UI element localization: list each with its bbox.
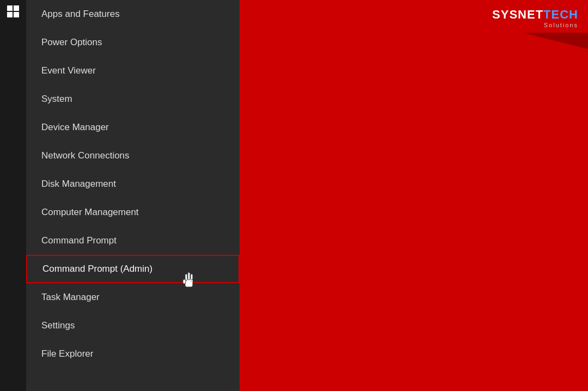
menu-item-settings[interactable]: Settings — [26, 311, 240, 340]
menu-item-command-prompt[interactable]: Command Prompt — [26, 227, 240, 255]
menu-item-task-manager-label: Task Manager — [41, 292, 100, 303]
logo-decoration — [523, 33, 588, 49]
menu-item-command-prompt-label: Command Prompt — [41, 235, 117, 246]
menu-item-event-viewer[interactable]: Event Viewer — [26, 57, 240, 85]
menu-item-file-explorer[interactable]: File Explorer — [26, 340, 240, 368]
menu-item-network-connections[interactable]: Network Connections — [26, 142, 240, 170]
menu-item-computer-management-label: Computer Management — [41, 207, 139, 218]
menu-item-apps-features[interactable]: Apps and Features — [26, 0, 240, 28]
menu-item-apps-features-label: Apps and Features — [41, 9, 120, 20]
menu-item-power-options[interactable]: Power Options — [26, 28, 240, 57]
context-menu: Apps and Features Power Options Event Vi… — [26, 0, 240, 391]
windows-icon-q2 — [14, 5, 19, 11]
logo: SYSNETTECH Solutions — [492, 8, 578, 29]
menu-item-disk-management-label: Disk Management — [41, 179, 116, 190]
logo-accent: TECH — [543, 8, 578, 21]
menu-item-event-viewer-label: Event Viewer — [41, 65, 96, 76]
start-button-sidebar — [0, 0, 26, 391]
menu-item-device-manager-label: Device Manager — [41, 122, 109, 133]
menu-item-system-label: System — [41, 94, 72, 105]
windows-icon[interactable] — [7, 5, 19, 17]
windows-icon-q1 — [7, 5, 13, 11]
logo-subtitle: Solutions — [492, 22, 578, 29]
menu-item-task-manager[interactable]: Task Manager — [26, 283, 240, 311]
menu-item-command-prompt-admin[interactable]: Command Prompt (Admin) — [26, 255, 240, 283]
menu-item-system[interactable]: System — [26, 85, 240, 113]
menu-item-command-prompt-admin-label: Command Prompt (Admin) — [42, 264, 152, 274]
windows-icon-q3 — [7, 12, 13, 17]
menu-item-settings-label: Settings — [41, 320, 75, 331]
logo-text: SYSNETTECH — [492, 8, 578, 22]
menu-item-power-options-label: Power Options — [41, 37, 102, 48]
menu-item-file-explorer-label: File Explorer — [41, 349, 93, 359]
menu-item-device-manager[interactable]: Device Manager — [26, 113, 240, 142]
menu-item-disk-management[interactable]: Disk Management — [26, 170, 240, 198]
menu-item-computer-management[interactable]: Computer Management — [26, 198, 240, 227]
menu-item-network-connections-label: Network Connections — [41, 150, 130, 161]
windows-icon-q4 — [14, 12, 19, 17]
